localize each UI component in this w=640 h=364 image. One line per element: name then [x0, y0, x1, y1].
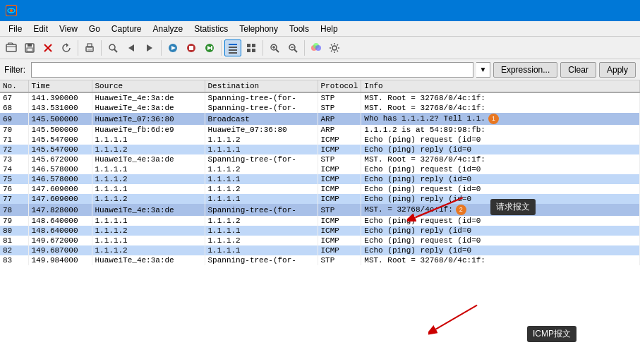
table-row[interactable]: 79148.6400001.1.1.11.1.1.2ICMPEcho (ping… — [0, 216, 640, 226]
table-row[interactable]: 67141.390000HuaweiTe_4e:3a:deSpanning-tr… — [0, 92, 640, 103]
svg-rect-20 — [189, 46, 193, 50]
restart-capture-button[interactable] — [201, 40, 218, 56]
stop-capture-button[interactable] — [183, 40, 200, 56]
svg-marker-16 — [147, 44, 152, 51]
col-header-source: Source — [92, 80, 205, 92]
filter-label: Filter: — [4, 65, 25, 75]
open-button[interactable] — [3, 40, 20, 56]
svg-point-41 — [315, 45, 321, 51]
svg-rect-23 — [211, 46, 212, 50]
colorize-button[interactable] — [308, 40, 325, 56]
arrow-1-svg — [407, 190, 471, 222]
packet-table: No. Time Source Destination Protocol Inf… — [0, 80, 640, 265]
toolbar-separator-3 — [161, 40, 162, 56]
packet-details-button[interactable] — [243, 40, 260, 56]
clear-button[interactable]: Clear — [560, 62, 596, 78]
app-icon — [6, 5, 17, 16]
table-row[interactable]: 77147.6090001.1.1.21.1.1.1ICMPEcho (ping… — [0, 194, 640, 204]
svg-rect-24 — [229, 44, 237, 45]
menu-bar: File Edit View Go Capture Analyze Statis… — [0, 21, 640, 37]
table-row[interactable]: 69145.500000HuaweiTe_07:36:80BroadcastAR… — [0, 113, 640, 125]
svg-line-14 — [114, 49, 117, 52]
toolbar-separator-6 — [304, 40, 305, 56]
close-capture-button[interactable] — [40, 40, 56, 56]
toolbar-separator-2 — [101, 40, 102, 56]
save-button[interactable] — [21, 40, 38, 56]
find-button[interactable] — [104, 40, 121, 56]
svg-line-33 — [276, 49, 279, 52]
svg-marker-15 — [128, 44, 134, 51]
svg-rect-28 — [247, 44, 250, 47]
menu-telephony[interactable]: Telephony — [234, 23, 284, 35]
svg-marker-9 — [66, 43, 68, 47]
svg-rect-6 — [27, 48, 32, 51]
table-row[interactable]: 81149.6720001.1.1.11.1.1.2ICMPEcho (ping… — [0, 236, 640, 245]
svg-line-37 — [294, 49, 297, 52]
filter-dropdown-button[interactable]: ▼ — [476, 62, 490, 78]
menu-edit[interactable]: Edit — [28, 23, 54, 35]
menu-help[interactable]: Help — [315, 23, 344, 35]
annotation-2: ICMP报文 — [527, 326, 576, 342]
menu-statistics[interactable]: Statistics — [188, 23, 234, 35]
col-header-time: Time — [28, 80, 92, 92]
title-bar — [0, 0, 640, 21]
start-capture-button[interactable] — [164, 40, 181, 56]
table-row[interactable]: 83149.984000HuaweiTe_4e:3a:deSpanning-tr… — [0, 255, 640, 265]
svg-rect-27 — [229, 52, 237, 54]
table-row[interactable]: 71145.5470001.1.1.11.1.1.2ICMPEcho (ping… — [0, 135, 640, 145]
expression-button[interactable]: Expression... — [493, 62, 557, 78]
prefs-button[interactable] — [326, 40, 343, 56]
menu-view[interactable]: View — [54, 23, 83, 35]
toolbar-separator-5 — [262, 40, 263, 56]
maximize-button[interactable] — [596, 4, 615, 18]
svg-rect-25 — [229, 47, 237, 48]
menu-tools[interactable]: Tools — [284, 23, 315, 35]
close-button[interactable] — [616, 4, 634, 18]
table-row[interactable]: 70145.500000HuaweiTe_fb:6d:e9HuaweiTe_07… — [0, 125, 640, 135]
packet-list: No. Time Source Destination Protocol Inf… — [0, 80, 640, 364]
svg-rect-29 — [252, 44, 255, 47]
table-row[interactable]: 75146.5780001.1.1.21.1.1.1ICMPEcho (ping… — [0, 174, 640, 184]
packet-list-button[interactable] — [224, 40, 241, 56]
toolbar-separator-1 — [78, 40, 78, 56]
apply-button[interactable]: Apply — [599, 62, 636, 78]
main-area: 请求报文 ICMP报文 No. Time Source Destination … — [0, 80, 640, 364]
col-header-dest: Destination — [205, 80, 318, 92]
col-header-proto: Protocol — [318, 80, 361, 92]
print-button[interactable] — [81, 40, 98, 56]
svg-rect-5 — [28, 44, 32, 47]
annotation-1: 请求报文 — [490, 199, 536, 215]
svg-point-2 — [10, 9, 13, 12]
table-row[interactable]: 73145.672000HuaweiTe_4e:3a:deSpanning-tr… — [0, 154, 640, 164]
prev-button[interactable] — [123, 40, 140, 56]
table-row[interactable]: 78147.828000HuaweiTe_4e:3a:deSpanning-tr… — [0, 204, 640, 216]
svg-rect-30 — [247, 49, 250, 52]
menu-file[interactable]: File — [3, 23, 28, 35]
table-row[interactable]: 76147.6090001.1.1.11.1.1.2ICMPEcho (ping… — [0, 184, 640, 194]
toolbar-separator-4 — [221, 40, 222, 56]
menu-capture[interactable]: Capture — [106, 23, 147, 35]
annotation-badge-1: 1 — [488, 114, 499, 124]
svg-point-42 — [332, 46, 337, 50]
minimize-button[interactable] — [576, 4, 595, 18]
window-controls — [576, 4, 634, 18]
menu-go[interactable]: Go — [83, 23, 106, 35]
zoom-in-button[interactable] — [266, 40, 283, 56]
table-row[interactable]: 80148.6400001.1.1.21.1.1.1ICMPEcho (ping… — [0, 226, 640, 236]
svg-rect-31 — [252, 49, 255, 52]
filter-bar: Filter: ▼ Expression... Clear Apply — [0, 59, 640, 80]
col-header-no: No. — [0, 80, 28, 92]
table-row[interactable]: 74146.5780001.1.1.11.1.1.2ICMPEcho (ping… — [0, 164, 640, 174]
table-row[interactable]: 68143.531000HuaweiTe_4e:3a:deSpanning-tr… — [0, 103, 640, 113]
table-row[interactable]: 82149.6870001.1.1.21.1.1.1ICMPEcho (ping… — [0, 245, 640, 255]
next-button[interactable] — [141, 40, 158, 56]
menu-analyze[interactable]: Analyze — [147, 23, 189, 35]
svg-line-46 — [436, 305, 477, 329]
col-header-info: Info — [361, 80, 640, 92]
arrow-2-svg — [428, 297, 488, 336]
svg-rect-3 — [6, 44, 16, 51]
zoom-out-button[interactable] — [284, 40, 301, 56]
filter-input[interactable] — [31, 62, 473, 78]
table-row[interactable]: 72145.5470001.1.1.21.1.1.1ICMPEcho (ping… — [0, 145, 640, 154]
reload-button[interactable] — [58, 40, 75, 56]
